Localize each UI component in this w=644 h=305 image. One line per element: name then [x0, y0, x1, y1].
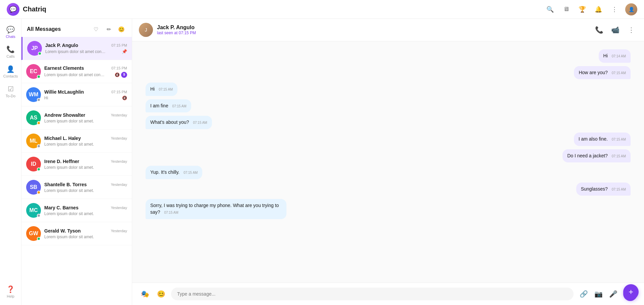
message-row: What's about you? 07:15 AM	[146, 116, 631, 129]
chat-contact-status: last seen at 07:15 PM	[157, 31, 593, 35]
chat-info: Mary C. Barnes Yesterday Lorem ipsum dol…	[44, 205, 127, 216]
sidebar-nav: 💬 Chats 📞 Calls 👤 Contacts ☑ To-Do ❓ Hel…	[0, 19, 21, 305]
emoji-button[interactable]: 😊	[155, 288, 167, 300]
chat-window: J Jack P. Angulo last seen at 07:15 PM 📞…	[132, 19, 644, 305]
app-name: Chatriq	[23, 5, 46, 13]
user-avatar[interactable]: 👤	[625, 3, 637, 15]
sidebar-item-help[interactable]: ❓ Help	[1, 283, 20, 301]
chat-name-row: Irene D. Heffner Yesterday	[44, 159, 127, 164]
app-header: 💬 Chatriq 🔍 🖥 🏆 🔔 ⋮ 👤	[0, 0, 644, 19]
chat-info: Shantelle B. Torres Yesterday Lorem ipsu…	[44, 182, 127, 193]
chat-badges: 🔇	[122, 96, 127, 100]
favorite-button[interactable]: ♡	[91, 24, 101, 34]
chat-list-title: All Messages	[27, 26, 61, 32]
chat-avatar-wrap: SB	[26, 180, 41, 195]
message-bubble: Do I need a jacket? 07:15 AM	[562, 149, 631, 163]
app-logo: 💬 Chatriq	[7, 3, 46, 16]
message-text: Hi	[603, 53, 608, 58]
chat-item[interactable]: ML Michael L. Haley Yesterday Lorem ipsu…	[21, 130, 132, 153]
chat-time: Yesterday	[111, 229, 127, 233]
chat-item[interactable]: AS Andrew Showalter Yesterday Lorem ipsu…	[21, 106, 132, 130]
chat-item[interactable]: WM Willie McLaughlin 07:15 PM Hi 🔇	[21, 83, 132, 106]
message-input[interactable]	[177, 291, 568, 297]
chat-preview-row: Lorem ipsum dolor sit amet.	[44, 188, 127, 193]
message-bubble: What's about you? 07:15 AM	[146, 116, 212, 129]
filter-button[interactable]: 😊	[116, 24, 126, 34]
sidebar-item-contacts[interactable]: 👤 Contacts	[1, 62, 20, 81]
chat-preview-row: Lorem ipsum dolor sit amet.	[44, 211, 127, 216]
message-row: I am fine 07:15 AM	[146, 99, 631, 113]
chat-avatar-wrap: ID	[26, 157, 41, 171]
chat-preview-row: Lorem ipsum dolor sit amet consecetur...…	[44, 72, 127, 78]
chat-preview: Lorem ipsum dolor sit amet.	[44, 119, 94, 123]
sidebar-item-chats[interactable]: 💬 Chats	[1, 23, 20, 41]
chat-time: Yesterday	[111, 136, 127, 140]
chat-header: J Jack P. Angulo last seen at 07:15 PM 📞…	[132, 19, 644, 41]
mute-icon: 🔇	[115, 72, 120, 77]
chat-preview: Lorem ipsum dolor sit amet consecetur...	[45, 49, 106, 54]
chat-time: 07:15 PM	[111, 43, 127, 47]
logo-icon: 💬	[7, 3, 19, 16]
chat-preview-row: Lorem ipsum dolor sit amet.	[44, 119, 127, 123]
chat-name: Willie McLaughlin	[44, 89, 84, 95]
chat-name-row: Willie McLaughlin 07:15 PM	[44, 89, 127, 95]
sticker-button[interactable]: 🎭	[139, 288, 151, 300]
user-avatar-img: 👤	[625, 3, 637, 15]
call-button[interactable]: 📞	[593, 24, 605, 36]
chat-list-actions: ♡ ✏ 😊	[91, 24, 126, 34]
chat-time: Yesterday	[111, 159, 127, 163]
online-indicator	[37, 144, 41, 148]
message-time: 07:15 AM	[612, 188, 626, 191]
screen-icon[interactable]: 🖥	[561, 4, 572, 15]
chat-avatar-wrap: GW	[26, 226, 41, 241]
sidebar-item-calls[interactable]: 📞 Calls	[1, 43, 20, 61]
chat-item[interactable]: GW Gerald W. Tyson Yesterday Lorem ipsum…	[21, 222, 132, 245]
chat-header-avatar: J	[139, 23, 153, 37]
online-indicator	[38, 52, 42, 55]
chat-name-row: Mary C. Barnes Yesterday	[44, 205, 127, 210]
chat-time: 07:15 PM	[111, 90, 127, 94]
chat-item[interactable]: MC Mary C. Barnes Yesterday Lorem ipsum …	[21, 199, 132, 222]
online-indicator	[37, 121, 41, 125]
sidebar-item-todo[interactable]: ☑ To-Do	[1, 82, 20, 101]
trophy-icon[interactable]: 🏆	[577, 4, 588, 15]
message-time: 07:15 AM	[612, 71, 626, 75]
chat-name: Andrew Showalter	[44, 112, 85, 118]
chat-item[interactable]: EC Earnest Clements 07:15 PM Lorem ipsum…	[21, 60, 132, 83]
chat-name: Michael L. Haley	[44, 136, 81, 141]
more-options-button[interactable]: ⋮	[625, 24, 637, 36]
calls-icon: 📞	[6, 45, 15, 53]
message-time: 07:15 AM	[159, 88, 173, 91]
chat-name: Earnest Clements	[44, 65, 84, 71]
online-indicator	[37, 214, 41, 217]
message-text: I am fine	[150, 103, 168, 108]
message-input-wrap	[171, 288, 574, 300]
search-icon[interactable]: 🔍	[545, 4, 555, 15]
todo-label: To-Do	[6, 94, 15, 98]
message-time: 07:15 AM	[612, 138, 626, 141]
attachment-button[interactable]: 🔗	[578, 288, 590, 300]
chat-item[interactable]: SB Shantelle B. Torres Yesterday Lorem i…	[21, 176, 132, 199]
chat-name-row: Shantelle B. Torres Yesterday	[44, 182, 127, 187]
message-text: How are you?	[579, 70, 607, 75]
help-label: Help	[7, 294, 14, 298]
chat-name: Mary C. Barnes	[44, 205, 78, 210]
chat-avatar-wrap: AS	[26, 110, 41, 125]
camera-button[interactable]: 📷	[592, 288, 604, 300]
new-chat-button[interactable]: +	[623, 284, 639, 300]
chat-item[interactable]: ID Irene D. Heffner Yesterday Lorem ipsu…	[21, 153, 132, 176]
message-text: What's about you?	[150, 119, 189, 125]
message-bubble: Hi 07:15 AM	[146, 83, 177, 96]
video-call-button[interactable]: 📹	[609, 24, 621, 36]
message-time: 07:15 AM	[193, 121, 207, 124]
compose-button[interactable]: ✏	[104, 24, 114, 34]
message-text: Yup. It's chilly.	[150, 169, 179, 175]
more-icon[interactable]: ⋮	[609, 4, 620, 15]
chat-preview: Hi	[44, 96, 48, 100]
chat-item[interactable]: JP Jack P. Angulo 07:15 PM Lorem ipsum d…	[21, 37, 132, 60]
voice-button[interactable]: 🎤	[607, 288, 619, 300]
todo-icon: ☑	[8, 85, 14, 93]
message-row: Sunglasses? 07:15 AM	[146, 183, 631, 196]
chat-input-area: 🎭 😊 🔗 📷 🎤 ▶	[132, 283, 644, 305]
bell-icon[interactable]: 🔔	[593, 4, 604, 15]
